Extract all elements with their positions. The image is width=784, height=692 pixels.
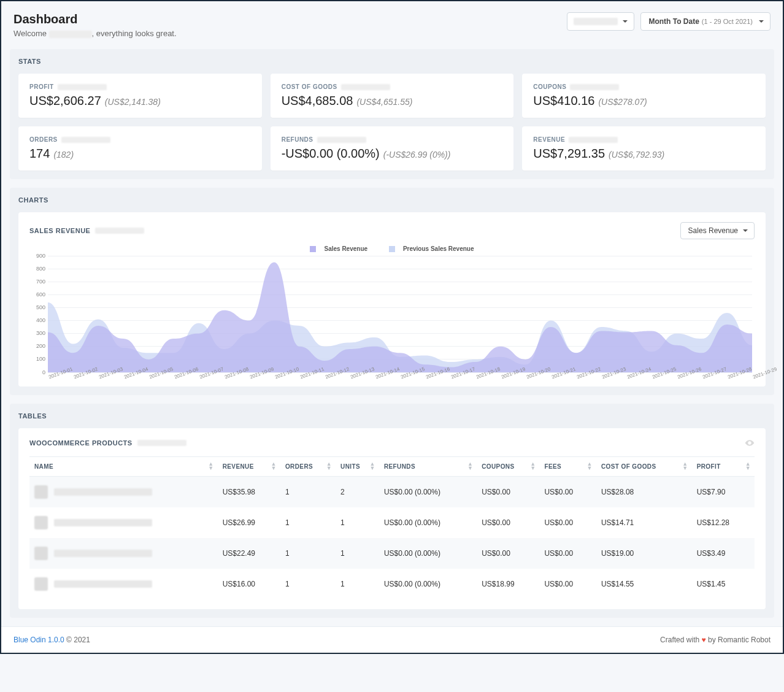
stat-label-redacted [569,137,618,143]
stat-value: US$410.16 [533,94,594,107]
product-thumb [34,516,48,529]
welcome-suffix: , everything looks great. [92,29,177,38]
x-tick: 2021-10-01 [48,375,50,380]
cell-name [29,476,218,507]
y-tick: 100 [36,356,45,362]
product-thumb [34,547,48,560]
stat-label: Profit [29,83,251,90]
stat-value-row: US$7,291.35(US$6,792.93) [533,147,755,161]
stats-grid: Profit US$2,606.27(US$2,141.38)Cost Of G… [18,74,766,171]
page-title: Dashboard [13,12,177,26]
x-tick: 2021-10-27 [702,375,704,380]
x-tick: 2021-10-12 [325,375,326,380]
visibility-icon[interactable] [745,438,755,448]
chart-svg [48,256,752,372]
cell-refunds: US$0.00 (0.00%) [379,538,477,569]
stat-label-redacted [58,84,107,90]
product-name-redacted [54,580,152,588]
y-tick: 900 [36,253,45,259]
col-coupons[interactable]: Coupons▲▼ [477,456,539,476]
sales-revenue-chart-card: Sales Revenue Sales Revenue Sales Revenu… [18,212,766,386]
cell-units: 1 [336,507,379,538]
product-name-redacted [54,488,152,496]
stat-label-redacted [61,137,110,143]
stat-previous: (US$4,651.55) [356,97,412,107]
stats-section-title: Stats [18,58,766,65]
x-tick: 2021-10-06 [174,375,175,380]
x-tick: 2021-10-21 [551,375,553,380]
col-units[interactable]: Units▲▼ [336,456,379,476]
stat-label: Coupons [533,83,755,90]
col-refunds[interactable]: Refunds▲▼ [379,456,477,476]
x-tick: 2021-10-11 [299,375,301,380]
col-fees[interactable]: Fees▲▼ [539,456,596,476]
stat-card-revenue: Revenue US$7,291.35(US$6,792.93) [522,126,766,171]
table-row[interactable]: US$35.98 1 2 US$0.00 (0.00%) US$0.00 US$… [29,476,755,507]
y-tick: 200 [36,343,45,349]
x-tick: 2021-10-07 [199,375,201,380]
chart-metric-selector[interactable]: Sales Revenue [680,222,755,239]
x-tick: 2021-10-29 [752,375,754,380]
table-row[interactable]: US$26.99 1 1 US$0.00 (0.00%) US$0.00 US$… [29,507,755,538]
legend-current: Sales Revenue [305,245,372,252]
x-tick: 2021-10-23 [601,375,603,380]
x-tick: 2021-10-17 [450,375,452,380]
product-name-redacted [54,519,152,526]
cell-refunds: US$0.00 (0.00%) [379,476,477,507]
stat-card-profit: Profit US$2,606.27(US$2,141.38) [18,74,262,118]
chart-title: Sales Revenue [29,227,144,234]
y-tick: 500 [36,304,45,310]
cell-orders: 1 [280,507,336,538]
cell-coupons: US$0.00 [477,507,539,538]
x-tick: 2021-10-25 [651,375,653,380]
cell-fees: US$0.00 [539,569,596,599]
date-range-selector[interactable]: Month To Date (1 - 29 Oct 2021) [640,12,771,31]
product-name-redacted [54,550,152,557]
cell-profit: US$12.28 [692,507,755,538]
site-selector[interactable] [567,12,634,31]
charts-section: Charts Sales Revenue Sales Revenue Sales… [10,188,774,395]
sort-icon: ▲▼ [530,462,536,471]
x-tick: 2021-10-16 [425,375,427,380]
cell-coupons: US$18.99 [477,569,539,599]
cell-profit: US$1.45 [692,569,755,599]
y-tick: 0 [42,369,45,375]
cell-name [29,569,218,599]
chart-title-text: Sales Revenue [29,227,90,234]
user-name-redacted [49,31,92,38]
table-row[interactable]: US$16.00 1 1 US$0.00 (0.00%) US$18.99 US… [29,569,755,599]
cell-profit: US$3.49 [692,538,755,569]
stat-label-redacted [341,84,390,90]
x-tick: 2021-10-04 [123,375,125,380]
stat-previous: (US$6,792.93) [609,150,664,160]
footer-left: Blue Odin 1.0.0 © 2021 [13,636,90,644]
cell-name [29,507,218,538]
chart-x-axis: 2021-10-012021-10-022021-10-032021-10-04… [48,375,752,380]
col-revenue[interactable]: Revenue▲▼ [218,456,280,476]
col-profit[interactable]: Profit▲▼ [692,456,755,476]
x-tick: 2021-10-28 [727,375,729,380]
cell-coupons: US$0.00 [477,538,539,569]
chart-title-redacted [95,228,144,234]
stat-value-row: US$4,685.08(US$4,651.55) [282,94,503,108]
header-left: Dashboard Welcome , everything looks gre… [13,12,177,38]
col-orders[interactable]: Orders▲▼ [280,456,336,476]
y-tick: 300 [36,330,45,336]
stat-previous: (182) [53,150,74,160]
app-version-link[interactable]: Blue Odin 1.0.0 [13,636,64,644]
cell-units: 1 [336,569,379,599]
stat-value: US$7,291.35 [533,147,605,160]
col-name[interactable]: Name▲▼ [29,456,218,476]
stat-value: -US$0.00 (0.00%) [282,147,380,160]
legend-previous: Previous Sales Revenue [384,245,479,252]
product-thumb [34,485,48,499]
col-cost-of-goods[interactable]: Cost Of Goods▲▼ [596,456,692,476]
x-tick: 2021-10-05 [148,375,150,380]
x-tick: 2021-10-24 [626,375,628,380]
stat-label: Cost Of Goods [282,83,503,90]
table-row[interactable]: US$22.49 1 1 US$0.00 (0.00%) US$0.00 US$… [29,538,755,569]
stat-value: US$4,685.08 [282,94,353,107]
y-tick: 600 [36,291,45,298]
cell-orders: 1 [280,476,336,507]
chart-y-axis: 0100200300400500600700800900 [29,256,47,372]
